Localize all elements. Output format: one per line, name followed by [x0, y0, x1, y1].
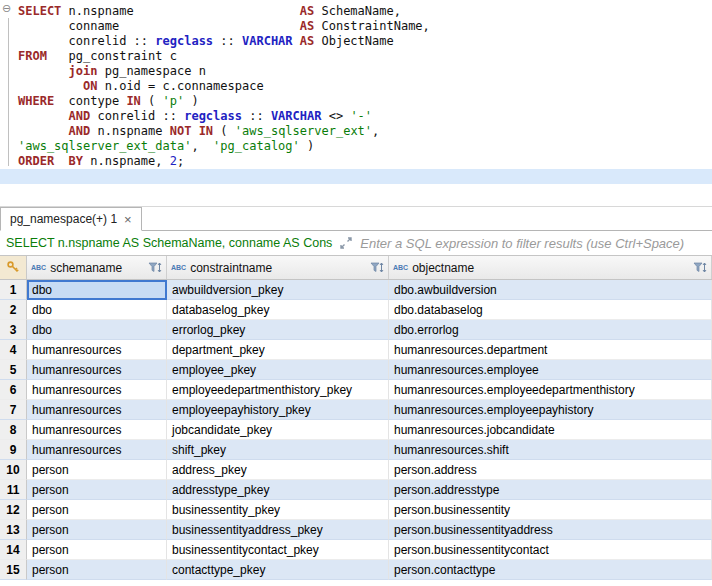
table-cell[interactable]: businessentitycontact_pkey — [167, 540, 389, 560]
row-number[interactable]: 8 — [0, 420, 27, 440]
row-number[interactable]: 10 — [0, 460, 27, 480]
grid-corner-cell[interactable] — [0, 256, 27, 279]
tab-label: pg_namespace(+) 1 — [10, 212, 117, 226]
code-line[interactable]: join pg_namespace n — [18, 64, 712, 79]
table-cell[interactable]: businessentity_pkey — [167, 500, 389, 520]
table-cell[interactable]: shift_pkey — [167, 440, 389, 460]
table-cell[interactable]: awbuildversion_pkey — [167, 280, 389, 300]
code-fold-icon[interactable]: ⊖ — [2, 3, 11, 14]
column-header-schemaname[interactable]: ABCschemaname — [27, 256, 167, 279]
table-cell[interactable]: humanresources.shift — [389, 440, 712, 460]
table-cell[interactable]: humanresources — [27, 340, 167, 360]
row-number[interactable]: 7 — [0, 400, 27, 420]
code-line[interactable]: conrelid :: regclass :: VARCHAR AS Objec… — [18, 34, 712, 49]
editor-lines[interactable]: SELECT n.nspname AS SchemaName, conname … — [18, 4, 712, 184]
table-cell[interactable]: humanresources.jobcandidate — [389, 420, 712, 440]
sql-editor[interactable]: ⊖ SELECT n.nspname AS SchemaName, connam… — [0, 0, 712, 206]
table-cell[interactable]: humanresources — [27, 420, 167, 440]
table-cell[interactable]: address_pkey — [167, 460, 389, 480]
table-cell[interactable]: humanresources.employeepayhistory — [389, 400, 712, 420]
tab-close-icon[interactable]: × — [124, 213, 132, 226]
row-number[interactable]: 5 — [0, 360, 27, 380]
table-cell[interactable]: dbo — [27, 280, 167, 300]
column-header-constraintname[interactable]: ABCconstraintname — [167, 256, 389, 279]
table-row: 12personbusinessentity_pkeyperson.busine… — [0, 500, 712, 520]
code-line[interactable]: conname AS ConstraintName, — [18, 19, 712, 34]
row-number[interactable]: 13 — [0, 520, 27, 540]
code-token: VARCHAR — [242, 34, 293, 48]
code-token: 'aws_sqlserver_ext' — [235, 124, 372, 138]
table-cell[interactable]: employee_pkey — [167, 360, 389, 380]
row-number[interactable]: 14 — [0, 540, 27, 560]
results-tab-strip: pg_namespace(+) 1 × — [0, 207, 712, 231]
code-line[interactable]: WHERE contype IN ( 'p' ) — [18, 94, 712, 109]
table-cell[interactable]: person.businessentity — [389, 500, 712, 520]
code-line[interactable]: 'aws_sqlserver_ext_data', 'pg_catalog' ) — [18, 139, 712, 154]
table-cell[interactable]: person — [27, 480, 167, 500]
row-number[interactable]: 15 — [0, 560, 27, 580]
table-cell[interactable]: humanresources — [27, 380, 167, 400]
filter-sort-icon[interactable] — [693, 262, 707, 274]
table-cell[interactable]: person — [27, 560, 167, 580]
table-cell[interactable]: errorlog_pkey — [167, 320, 389, 340]
table-cell[interactable]: humanresources — [27, 400, 167, 420]
table-cell[interactable]: person — [27, 520, 167, 540]
code-token: , — [191, 139, 213, 153]
caret-line[interactable] — [0, 169, 712, 184]
table-cell[interactable]: dbo — [27, 300, 167, 320]
filter-sort-icon[interactable] — [370, 262, 384, 274]
code-token: SELECT — [18, 4, 61, 18]
filter-placeholder-text: Enter a SQL expression to filter results… — [360, 236, 684, 251]
code-token: ON — [83, 79, 97, 93]
code-line[interactable]: FROM pg_constraint c — [18, 49, 712, 64]
table-cell[interactable]: person.contacttype — [389, 560, 712, 580]
row-number[interactable]: 12 — [0, 500, 27, 520]
table-cell[interactable]: addresstype_pkey — [167, 480, 389, 500]
table-cell[interactable]: person — [27, 460, 167, 480]
table-cell[interactable]: person.businessentityaddress — [389, 520, 712, 540]
expand-filter-icon[interactable] — [339, 236, 353, 250]
row-number[interactable]: 2 — [0, 300, 27, 320]
code-line[interactable]: ON n.oid = c.connamespace — [18, 79, 712, 94]
table-cell[interactable]: humanresources.employeedepartmenthistory — [389, 380, 712, 400]
table-cell[interactable]: contacttype_pkey — [167, 560, 389, 580]
table-cell[interactable]: employeepayhistory_pkey — [167, 400, 389, 420]
table-cell[interactable]: person — [27, 500, 167, 520]
grid-body: 1dboawbuildversion_pkeydbo.awbuildversio… — [0, 280, 712, 580]
table-cell[interactable]: person.address — [389, 460, 712, 480]
table-cell[interactable]: dbo.awbuildversion — [389, 280, 712, 300]
code-line[interactable]: AND n.nspname NOT IN ( 'aws_sqlserver_ex… — [18, 124, 712, 139]
table-cell[interactable]: dbo — [27, 320, 167, 340]
filter-sort-icon[interactable] — [148, 262, 162, 274]
row-number[interactable]: 3 — [0, 320, 27, 340]
code-token: 'aws_sqlserver_ext_data' — [18, 139, 191, 153]
code-line[interactable]: SELECT n.nspname AS SchemaName, — [18, 4, 712, 19]
table-cell[interactable]: person — [27, 540, 167, 560]
column-header-objectname[interactable]: ABCobjectname — [389, 256, 712, 279]
code-token: :: — [213, 34, 242, 48]
table-cell[interactable]: businessentityaddress_pkey — [167, 520, 389, 540]
row-number[interactable]: 11 — [0, 480, 27, 500]
table-cell[interactable]: person.addresstype — [389, 480, 712, 500]
tab-pg-namespace[interactable]: pg_namespace(+) 1 × — [0, 207, 142, 231]
row-number[interactable]: 6 — [0, 380, 27, 400]
table-cell[interactable]: humanresources.department — [389, 340, 712, 360]
row-number[interactable]: 1 — [0, 280, 27, 300]
table-cell[interactable]: person.businessentitycontact — [389, 540, 712, 560]
row-number[interactable]: 9 — [0, 440, 27, 460]
table-cell[interactable]: humanresources — [27, 360, 167, 380]
table-cell[interactable]: humanresources.employee — [389, 360, 712, 380]
table-cell[interactable]: dbo.databaselog — [389, 300, 712, 320]
code-token: IN — [126, 94, 140, 108]
table-cell[interactable]: dbo.errorlog — [389, 320, 712, 340]
results-filter-bar[interactable]: SELECT n.nspname AS SchemaName, conname … — [0, 231, 712, 256]
code-line[interactable]: AND conrelid :: regclass :: VARCHAR <> '… — [18, 109, 712, 124]
table-cell[interactable]: humanresources — [27, 440, 167, 460]
table-cell[interactable]: employeedepartmenthistory_pkey — [167, 380, 389, 400]
table-cell[interactable]: department_pkey — [167, 340, 389, 360]
code-token — [18, 64, 69, 78]
table-cell[interactable]: jobcandidate_pkey — [167, 420, 389, 440]
table-cell[interactable]: databaselog_pkey — [167, 300, 389, 320]
row-number[interactable]: 4 — [0, 340, 27, 360]
code-line[interactable]: ORDER BY n.nspname, 2; — [18, 154, 712, 169]
